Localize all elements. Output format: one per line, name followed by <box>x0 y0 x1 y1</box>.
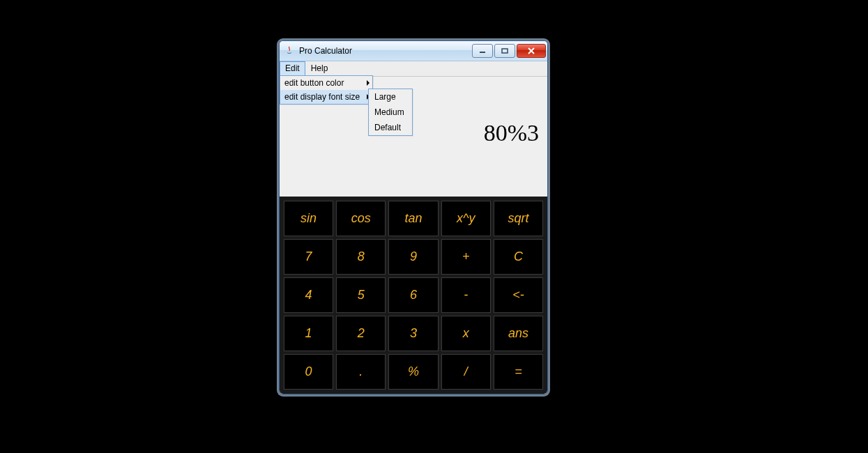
menu-help[interactable]: Help <box>305 61 334 76</box>
key-5[interactable]: 5 <box>336 277 386 313</box>
key-plus[interactable]: + <box>441 239 491 275</box>
key-3[interactable]: 3 <box>388 316 438 351</box>
edit-dropdown: edit button color edit display font size <box>280 75 373 105</box>
key-minus[interactable]: - <box>441 277 491 313</box>
key-power[interactable]: x^y <box>441 201 491 236</box>
key-9[interactable]: 9 <box>388 239 438 275</box>
key-2[interactable]: 2 <box>336 316 386 351</box>
key-1[interactable]: 1 <box>284 316 333 351</box>
submenu-arrow-icon <box>367 80 370 86</box>
key-backspace[interactable]: <- <box>494 277 543 313</box>
window-buttons <box>472 44 546 58</box>
key-ans[interactable]: ans <box>494 316 543 351</box>
close-button[interactable] <box>517 44 546 58</box>
menu-item-label: edit display font size <box>284 92 360 102</box>
submenu-item-medium[interactable]: Medium <box>369 105 412 120</box>
svg-rect-0 <box>480 52 485 53</box>
key-equals[interactable]: = <box>494 354 543 390</box>
svg-rect-1 <box>502 49 508 53</box>
menu-item-label: edit button color <box>284 78 344 88</box>
key-7[interactable]: 7 <box>284 239 333 275</box>
maximize-button[interactable] <box>494 44 515 58</box>
key-sin[interactable]: sin <box>284 201 333 236</box>
menu-edit[interactable]: Edit <box>280 61 305 76</box>
menu-item-edit-display-font-size[interactable]: edit display font size <box>280 90 372 104</box>
keypad: sin cos tan x^y sqrt 7 8 9 + C 4 5 6 - <… <box>280 197 547 394</box>
key-8[interactable]: 8 <box>336 239 386 275</box>
submenu-item-large[interactable]: Large <box>369 89 412 105</box>
java-icon <box>284 45 295 56</box>
key-6[interactable]: 6 <box>388 277 438 313</box>
menu-item-edit-button-color[interactable]: edit button color <box>280 76 372 90</box>
key-sqrt[interactable]: sqrt <box>494 201 543 236</box>
menubar: Edit Help <box>280 61 547 77</box>
key-divide[interactable]: / <box>441 354 491 390</box>
window-title: Pro Calculator <box>299 46 472 56</box>
key-multiply[interactable]: x <box>441 316 491 351</box>
key-cos[interactable]: cos <box>336 201 386 236</box>
key-decimal[interactable]: . <box>336 354 386 390</box>
key-4[interactable]: 4 <box>284 277 333 313</box>
display-value: 80%3 <box>484 120 539 146</box>
key-clear[interactable]: C <box>494 239 543 275</box>
app-window: Pro Calculator Edit Help edit button col… <box>279 40 548 394</box>
font-size-submenu: Large Medium Default <box>368 89 413 136</box>
key-percent[interactable]: % <box>388 354 438 390</box>
minimize-button[interactable] <box>472 44 493 58</box>
key-tan[interactable]: tan <box>388 201 438 236</box>
titlebar[interactable]: Pro Calculator <box>280 41 547 61</box>
submenu-item-default[interactable]: Default <box>369 120 412 135</box>
key-0[interactable]: 0 <box>284 354 333 390</box>
